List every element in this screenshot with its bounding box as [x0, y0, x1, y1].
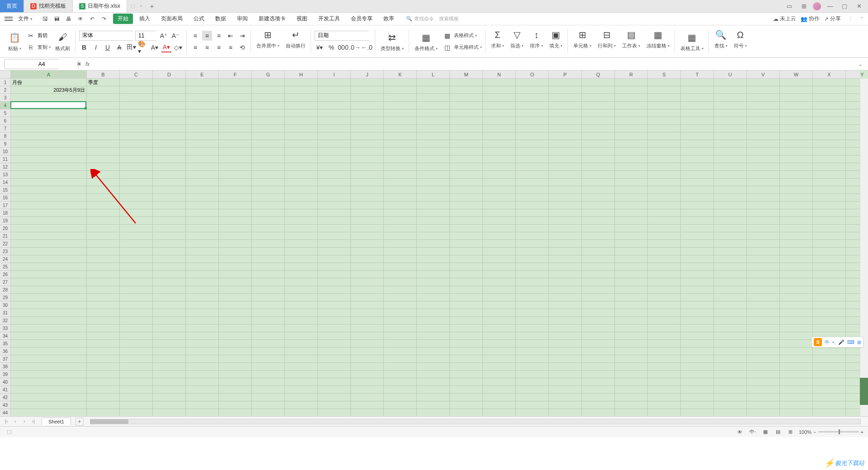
cell[interactable] [516, 255, 549, 263]
cell[interactable] [351, 140, 384, 148]
cell[interactable] [813, 278, 846, 286]
cell[interactable] [714, 348, 747, 355]
cell[interactable] [153, 378, 186, 386]
cell[interactable] [186, 371, 219, 378]
cell[interactable] [384, 132, 417, 140]
cell[interactable] [582, 79, 615, 86]
cell[interactable] [11, 309, 87, 317]
cell[interactable] [219, 317, 252, 324]
cell[interactable] [384, 317, 417, 324]
cut-icon[interactable]: ✂ [26, 31, 36, 41]
cell[interactable] [714, 163, 747, 171]
cell[interactable] [87, 371, 120, 378]
cell[interactable] [615, 94, 648, 102]
cell[interactable] [450, 317, 483, 324]
cell[interactable] [417, 148, 450, 155]
cell[interactable] [318, 209, 351, 217]
cell[interactable] [417, 363, 450, 371]
cell[interactable] [318, 294, 351, 301]
cell[interactable] [87, 355, 120, 363]
cell[interactable] [153, 202, 186, 209]
cell[interactable] [747, 324, 780, 332]
cell[interactable] [483, 117, 516, 125]
cell[interactable] [483, 86, 516, 94]
filter-button[interactable]: ▽筛选 [509, 27, 525, 56]
row-header[interactable]: 7 [0, 125, 10, 132]
cell[interactable] [318, 363, 351, 371]
more-menu-icon[interactable]: ⋮ [848, 16, 853, 21]
cell[interactable] [252, 248, 285, 255]
cell[interactable] [582, 363, 615, 371]
currency-icon[interactable]: ¥▾ [315, 42, 325, 52]
col-header[interactable]: K [384, 70, 417, 78]
cell[interactable] [747, 263, 780, 271]
cell[interactable] [813, 263, 846, 271]
cell[interactable] [813, 163, 846, 171]
rows-cols-button[interactable]: ⊟行和列 [596, 27, 618, 56]
cell[interactable] [252, 125, 285, 132]
row-header[interactable]: 28 [0, 286, 10, 294]
cell[interactable] [285, 394, 318, 401]
cell[interactable] [516, 278, 549, 286]
cell[interactable] [516, 225, 549, 232]
cell[interactable]: 2023年5月9日 [11, 86, 87, 94]
cell[interactable] [11, 363, 87, 371]
cell[interactable] [582, 294, 615, 301]
cell[interactable] [582, 209, 615, 217]
cell[interactable] [11, 378, 87, 386]
cell[interactable] [549, 202, 582, 209]
cell[interactable] [186, 132, 219, 140]
cell[interactable] [285, 248, 318, 255]
cell[interactable] [582, 409, 615, 416]
row-header[interactable]: 1 [0, 79, 10, 86]
cell[interactable] [318, 163, 351, 171]
cell[interactable] [351, 148, 384, 155]
cell[interactable] [549, 225, 582, 232]
vertical-scrollbar[interactable] [860, 79, 868, 416]
cell[interactable] [186, 140, 219, 148]
cell[interactable] [714, 386, 747, 394]
cell[interactable] [516, 179, 549, 186]
cell[interactable] [450, 340, 483, 348]
cell[interactable] [153, 248, 186, 255]
zoom-out-icon[interactable]: − [813, 429, 816, 435]
cell[interactable] [153, 132, 186, 140]
cell[interactable] [780, 371, 813, 378]
cell[interactable] [318, 371, 351, 378]
cell[interactable] [87, 209, 120, 217]
cell[interactable] [615, 309, 648, 317]
cell[interactable] [384, 232, 417, 240]
cell[interactable] [747, 179, 780, 186]
cell[interactable] [87, 271, 120, 278]
cell[interactable] [549, 155, 582, 163]
cell[interactable] [219, 117, 252, 125]
cell[interactable] [780, 194, 813, 202]
cell[interactable] [780, 248, 813, 255]
cell[interactable] [714, 171, 747, 179]
cell[interactable] [417, 309, 450, 317]
cell[interactable] [648, 263, 681, 271]
cell[interactable] [219, 386, 252, 394]
cell[interactable] [516, 240, 549, 248]
cell[interactable] [11, 186, 87, 194]
cell[interactable] [285, 317, 318, 324]
cell[interactable] [11, 271, 87, 278]
cell[interactable] [219, 363, 252, 371]
cell[interactable] [813, 409, 846, 416]
cell[interactable] [351, 132, 384, 140]
cell[interactable] [450, 202, 483, 209]
cell[interactable] [318, 386, 351, 394]
row-header[interactable]: 21 [0, 232, 10, 240]
cell[interactable] [11, 155, 87, 163]
cell[interactable] [219, 301, 252, 309]
cell[interactable] [87, 109, 120, 117]
cell[interactable] [186, 225, 219, 232]
cell[interactable] [483, 102, 516, 109]
cell[interactable] [384, 225, 417, 232]
cell[interactable] [153, 340, 186, 348]
cell[interactable] [219, 271, 252, 278]
cell[interactable] [219, 86, 252, 94]
row-header[interactable]: 17 [0, 202, 10, 209]
cell[interactable] [549, 401, 582, 409]
cell[interactable] [747, 255, 780, 263]
